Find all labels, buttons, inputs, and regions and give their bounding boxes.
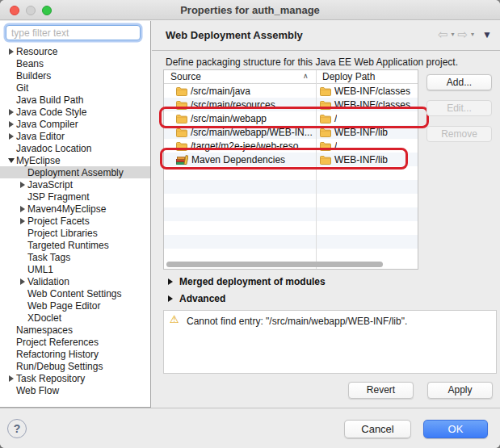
collapsed-arrow-icon [20, 206, 25, 212]
sidebar-item-label: Java Compiler [16, 119, 78, 130]
collapsed-arrow-icon [20, 278, 25, 285]
sidebar-item-label: Javadoc Location [16, 143, 91, 154]
folder-icon [320, 141, 331, 151]
collapsed-arrow-icon[interactable] [18, 218, 27, 224]
back-caret-icon[interactable]: ▾ [452, 31, 455, 38]
collapsed-arrow-icon [20, 218, 25, 224]
horizontal-scrollbar-thumb[interactable] [166, 262, 383, 267]
back-arrow-icon[interactable]: ⇦ [438, 28, 448, 40]
help-button[interactable]: ? [7, 419, 27, 438]
sidebar-item-web-flow[interactable]: Web Flow [0, 384, 150, 396]
table-row-src-main-webapp-web-in[interactable]: /src/main/webapp/WEB-IN...WEB-INF/lib [164, 125, 418, 139]
sidebar-item-java-code-style[interactable]: Java Code Style [0, 106, 150, 118]
expanded-arrow-icon[interactable] [6, 158, 16, 163]
view-menu-icon[interactable]: ▼ [482, 30, 492, 40]
source-cell: /src/main/java [164, 86, 316, 97]
sidebar-item-javascript[interactable]: JavaScript [0, 178, 150, 191]
folder-icon [320, 155, 331, 165]
ok-button[interactable]: OK [423, 420, 488, 438]
collapsed-arrow-icon [9, 133, 14, 140]
sidebar-item-builders[interactable]: Builders [0, 69, 150, 82]
cancel-button[interactable]: Cancel [344, 420, 411, 438]
sidebar-item-label: Resource [16, 46, 57, 57]
cell-text: /src/main/webapp [191, 113, 267, 124]
add-button[interactable]: Add... [426, 74, 492, 90]
sidebar-item-java-compiler[interactable]: Java Compiler [0, 118, 150, 130]
cell-text: WEB-INF/classes [334, 99, 410, 111]
column-header-deploy-path[interactable]: Deploy Path [322, 71, 375, 82]
sidebar-item-task-tags[interactable]: Task Tags [0, 251, 150, 263]
table-row-src-main-java[interactable]: /src/main/javaWEB-INF/classes [164, 84, 418, 98]
sidebar-item-project-facets[interactable]: Project Facets [0, 215, 150, 227]
sidebar-item-beans[interactable]: Beans [0, 57, 150, 69]
collapsed-arrow-icon[interactable] [6, 109, 16, 115]
footer-bar: ? Cancel OK [0, 408, 500, 448]
table-row-src-main-resources[interactable]: /src/main/resourcesWEB-INF/classes [164, 98, 418, 111]
sidebar-item-git[interactable]: Git [0, 82, 150, 94]
table-row-maven-dependencies[interactable]: Maven DependenciesWEB-INF/lib [164, 153, 418, 166]
sort-ascending-icon: ∧ [303, 72, 309, 80]
sidebar-item-label: Java Build Path [16, 94, 83, 106]
section-advanced[interactable]: Advanced [168, 293, 225, 304]
deploy-path-cell: / [316, 113, 337, 124]
sidebar-item-java-build-path[interactable]: Java Build Path [0, 94, 150, 106]
forward-caret-icon[interactable]: ▾ [471, 31, 474, 38]
collapsed-arrow-icon[interactable] [6, 48, 16, 55]
collapsed-arrow-icon[interactable] [6, 375, 16, 382]
sidebar-item-label: Java Editor [16, 131, 65, 142]
sidebar-item-label: Git [16, 82, 28, 94]
table-row-src-main-webapp[interactable]: /src/main/webapp/ [164, 111, 418, 125]
deployment-assembly-table[interactable]: Source ∧ Deploy Path /src/main/javaWEB-I… [163, 69, 418, 270]
sidebar-item-label: Deployment Assembly [27, 167, 124, 178]
sidebar-item-label: MyEclipse [16, 155, 61, 166]
collapsed-arrow-icon [9, 48, 14, 55]
collapsed-arrow-icon[interactable] [168, 278, 173, 285]
column-divider[interactable] [316, 70, 317, 269]
sidebar-item-targeted-runtimes[interactable]: Targeted Runtimes [0, 239, 150, 251]
collapsed-arrow-icon[interactable] [18, 278, 27, 285]
sidebar-item-label: JavaScript [27, 179, 73, 191]
sidebar-item-label: Validation [27, 276, 69, 287]
collapsed-arrow-icon[interactable] [6, 121, 16, 128]
collapsed-arrow-icon[interactable] [168, 295, 173, 302]
table-empty-row [164, 249, 418, 262]
collapsed-arrow-icon[interactable] [18, 206, 27, 212]
sidebar: ResourceBeansBuildersGitJava Build PathJ… [0, 21, 151, 408]
warning-icon: ⚠ [170, 313, 179, 325]
section-merged-deployment[interactable]: Merged deployment of modules [168, 276, 326, 287]
sidebar-item-web-content-settings[interactable]: Web Content Settings [0, 287, 150, 299]
expanded-arrow-icon [8, 158, 15, 163]
sidebar-item-web-page-editor[interactable]: Web Page Editor [0, 299, 150, 312]
sidebar-item-jsp-fragment[interactable]: JSP Fragment [0, 191, 150, 203]
source-cell: /src/main/resources [164, 99, 316, 111]
filter-input[interactable] [6, 25, 141, 40]
forward-arrow-icon[interactable]: ⇨ [458, 28, 468, 40]
remove-button[interactable]: Remove [426, 126, 492, 142]
sidebar-item-uml1[interactable]: UML1 [0, 263, 150, 275]
cell-text: / [334, 113, 337, 124]
sidebar-item-namespaces[interactable]: Namespaces [0, 324, 150, 336]
apply-button[interactable]: Apply [427, 382, 493, 399]
sidebar-item-javadoc-location[interactable]: Javadoc Location [0, 142, 150, 154]
column-header-source[interactable]: Source [170, 71, 201, 82]
sidebar-item-task-repository[interactable]: Task Repository [0, 372, 150, 384]
sidebar-item-java-editor[interactable]: Java Editor [0, 130, 150, 142]
sidebar-item-myeclipse[interactable]: MyEclipse [0, 154, 150, 166]
deploy-path-cell: WEB-INF/classes [316, 99, 410, 111]
sidebar-item-validation[interactable]: Validation [0, 275, 150, 287]
collapsed-arrow-icon[interactable] [18, 182, 27, 188]
edit-button[interactable]: Edit... [426, 100, 492, 116]
table-row-target-m2e-jee-web-reso[interactable]: /target/m2e-jee/web-reso.../ [164, 139, 418, 153]
sidebar-item-refactoring-history[interactable]: Refactoring History [0, 348, 150, 360]
sidebar-item-project-references[interactable]: Project References [0, 336, 150, 348]
cell-text: WEB-INF/lib [334, 154, 388, 165]
sidebar-item-project-libraries[interactable]: Project Libraries [0, 227, 150, 239]
revert-button[interactable]: Revert [348, 382, 414, 399]
sidebar-item-xdoclet[interactable]: XDoclet [0, 312, 150, 324]
cell-text: Maven Dependencies [191, 154, 285, 165]
collapsed-arrow-icon[interactable] [6, 133, 16, 140]
sidebar-item-deployment-assembly[interactable]: Deployment Assembly [0, 166, 150, 178]
sidebar-item-maven4myeclipse[interactable]: Maven4MyEclipse [0, 203, 150, 215]
sidebar-item-resource[interactable]: Resource [0, 45, 150, 57]
sidebar-item-run-debug-settings[interactable]: Run/Debug Settings [0, 360, 150, 372]
